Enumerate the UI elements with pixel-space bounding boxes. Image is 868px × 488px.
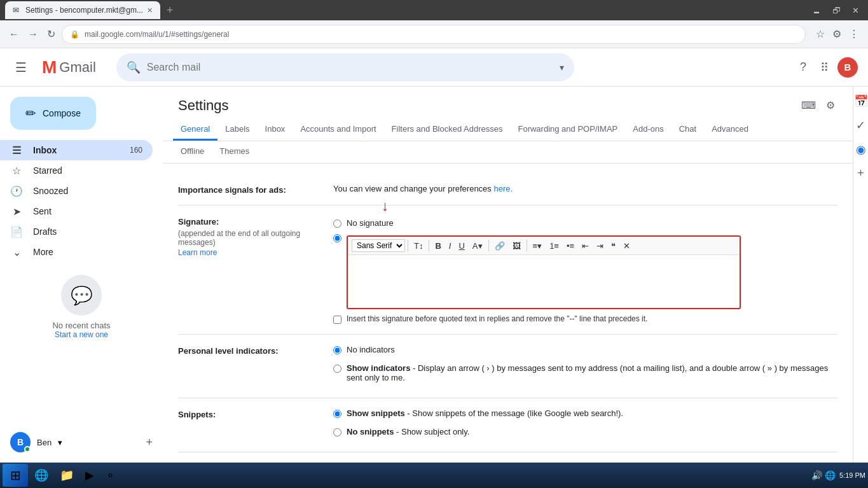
extensions-button[interactable]: ⚙: [830, 25, 844, 43]
sidebar-item-starred[interactable]: ☆ Starred: [0, 160, 153, 181]
tab-general[interactable]: General: [173, 119, 217, 141]
new-tab-button[interactable]: +: [167, 4, 174, 17]
search-bar[interactable]: 🔍 ▾: [116, 53, 574, 81]
sidebar-item-inbox[interactable]: ☰ Inbox 160: [0, 140, 153, 160]
subtab-themes[interactable]: Themes: [212, 141, 257, 163]
show-indicators-radio[interactable]: [333, 365, 341, 373]
tasks-icon[interactable]: ✓: [853, 116, 868, 135]
user-section[interactable]: B Ben ▾ +: [0, 427, 163, 457]
sig-numbered-list-button[interactable]: 1≡: [546, 240, 562, 252]
show-snippets-radio[interactable]: [333, 410, 341, 418]
apps-button[interactable]: ⠿: [815, 55, 834, 80]
sig-italic-button[interactable]: I: [446, 240, 455, 252]
sig-underline-button[interactable]: U: [455, 240, 467, 252]
tab-advanced[interactable]: Advanced: [704, 119, 756, 141]
taskbar-ie[interactable]: 🌐: [29, 464, 53, 486]
tab-chat[interactable]: Chat: [672, 119, 704, 141]
keyboard-shortcut-button[interactable]: ⌨: [799, 97, 818, 114]
sig-link-button[interactable]: 🔗: [492, 240, 508, 252]
sig-indent-less-button[interactable]: ⇤: [579, 240, 592, 252]
signature-row: Signature: (appended at the end of all o…: [178, 206, 837, 335]
start-chat-link[interactable]: Start a new one: [55, 330, 108, 339]
close-button[interactable]: ✕: [848, 4, 863, 17]
sig-align-button[interactable]: ≡▾: [530, 240, 546, 252]
signature-content: ↓ No signature: [333, 216, 837, 324]
contacts-icon[interactable]: ◉: [853, 140, 869, 159]
no-signature-option[interactable]: No signature: [333, 218, 837, 228]
search-input[interactable]: [147, 62, 553, 73]
search-icon: 🔍: [127, 60, 141, 74]
tab-filters[interactable]: Filters and Blocked Addresses: [384, 119, 511, 141]
search-dropdown-button[interactable]: ▾: [560, 62, 564, 73]
sidebar-item-more[interactable]: ⌄ More: [0, 242, 153, 262]
gmail-wordmark: Gmail: [59, 59, 95, 76]
sig-font-size-button[interactable]: T↕: [411, 240, 426, 252]
sig-insert-checkbox-row[interactable]: Insert this signature before quoted text…: [333, 314, 837, 324]
personal-level-row: Personal level indicators: No indicators…: [178, 335, 837, 398]
no-indicators-option[interactable]: No indicators: [333, 345, 837, 354]
sidebar-item-snoozed[interactable]: 🕐 Snoozed: [0, 181, 153, 201]
sig-separator-4: [527, 240, 527, 251]
custom-signature-radio[interactable]: [333, 234, 341, 242]
back-button[interactable]: ←: [6, 26, 22, 43]
show-snippets-option[interactable]: Show snippets - Show snippets of the mes…: [333, 408, 837, 418]
taskbar-chrome[interactable]: ⚬: [100, 464, 120, 486]
sig-quote-button[interactable]: ❝: [608, 240, 619, 252]
address-bar[interactable]: 🔒 mail.google.com/mail/u/1/#settings/gen…: [62, 25, 806, 44]
compose-button[interactable]: ✏ Compose: [10, 97, 96, 130]
start-button[interactable]: ⊞: [3, 464, 28, 487]
bookmark-button[interactable]: ☆: [813, 25, 827, 43]
snoozed-label: Snoozed: [33, 186, 142, 196]
sidebar-item-sent[interactable]: ➤ Sent: [0, 201, 153, 221]
snippets-label: Snippets:: [178, 408, 318, 419]
add-account-button[interactable]: +: [146, 436, 153, 449]
minimize-button[interactable]: 🗕: [809, 4, 825, 17]
no-snippets-radio[interactable]: [333, 428, 341, 436]
personal-level-label: Personal level indicators:: [178, 345, 318, 356]
tab-labels[interactable]: Labels: [217, 119, 257, 141]
forward-button[interactable]: →: [25, 26, 41, 43]
no-snippets-label: No snippets - Show subject only.: [347, 427, 469, 436]
sig-text-color-button[interactable]: A▾: [469, 240, 486, 252]
avatar[interactable]: B: [837, 57, 858, 78]
no-indicators-radio[interactable]: [333, 346, 341, 354]
sig-bulleted-list-button[interactable]: •≡: [563, 240, 577, 252]
sig-font-select[interactable]: Sans Serif: [352, 239, 405, 252]
no-signature-radio[interactable]: [333, 220, 341, 228]
compose-icon: ✏: [25, 106, 36, 121]
tab-close-button[interactable]: ✕: [147, 6, 153, 15]
help-button[interactable]: ?: [795, 55, 811, 79]
taskbar-folder[interactable]: 📁: [55, 464, 79, 486]
restore-button[interactable]: 🗗: [829, 4, 844, 17]
tab-inbox[interactable]: Inbox: [258, 119, 293, 141]
tab-forwarding[interactable]: Forwarding and POP/IMAP: [510, 119, 625, 141]
taskbar-media[interactable]: ▶: [80, 464, 99, 486]
refresh-button[interactable]: ↻: [45, 25, 58, 43]
learn-more-link[interactable]: Learn more: [178, 248, 318, 257]
subtab-offline[interactable]: Offline: [173, 141, 212, 163]
menu-button[interactable]: ⋮: [846, 25, 862, 43]
sig-bold-button[interactable]: B: [432, 240, 444, 252]
sig-editor[interactable]: [348, 255, 740, 306]
sig-image-button[interactable]: 🖼: [509, 240, 524, 252]
user-avatar: B: [10, 432, 31, 452]
sig-indent-more-button[interactable]: ⇥: [593, 240, 607, 252]
sig-insert-checkbox[interactable]: [333, 316, 341, 324]
no-snippets-option[interactable]: No snippets - Show subject only.: [333, 427, 837, 436]
toolbar-right: ☆ ⚙ ⋮: [813, 25, 862, 43]
browser-tab[interactable]: ✉ Settings - bencomputer.mkt@gm... ✕: [5, 1, 160, 19]
tab-accounts[interactable]: Accounts and Import: [293, 119, 383, 141]
show-indicators-option[interactable]: Show indicators - Display an arrow ( › )…: [333, 363, 837, 382]
calendar-widget-icon[interactable]: 📅: [851, 92, 869, 111]
sidebar-item-drafts[interactable]: 📄 Drafts: [0, 221, 153, 242]
main-content: Settings ⌨ ⚙ General Labels Inbox Accoun…: [163, 87, 853, 488]
add-widget-icon[interactable]: +: [855, 164, 867, 183]
sig-remove-formatting-button[interactable]: ✕: [620, 240, 633, 252]
tab-addons[interactable]: Add-ons: [625, 119, 671, 141]
hamburger-button[interactable]: ☰: [10, 55, 32, 80]
importance-link[interactable]: here.: [493, 184, 513, 193]
sig-insert-label: Insert this signature before quoted text…: [347, 314, 647, 323]
snoozed-icon: 🕐: [10, 185, 23, 197]
settings-gear-button[interactable]: ⚙: [823, 97, 837, 114]
custom-signature-option[interactable]: Sans Serif T↕ B I U A▾: [333, 233, 837, 309]
